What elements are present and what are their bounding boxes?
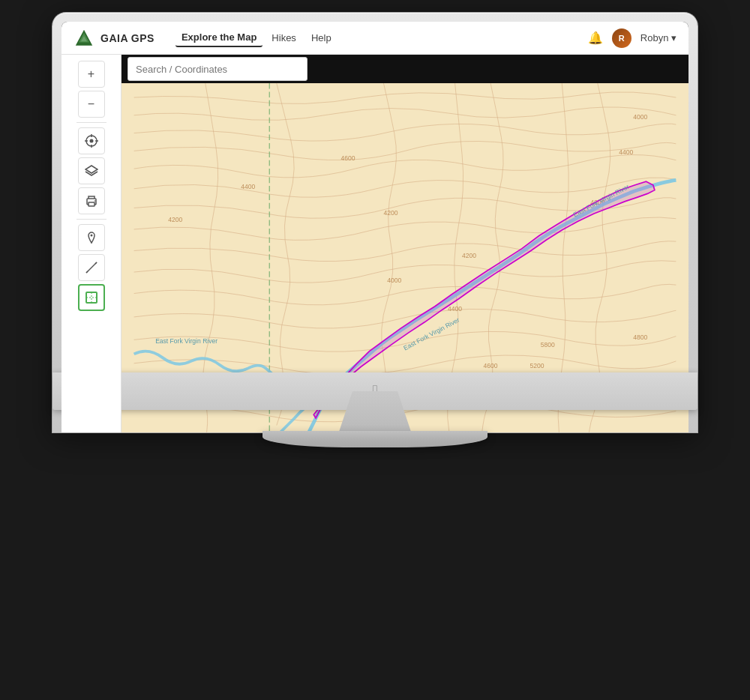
search-bar-container bbox=[122, 55, 688, 83]
svg-text:4000: 4000 bbox=[633, 113, 647, 121]
nav-menu: Explore the Map Hikes Help bbox=[176, 28, 338, 47]
svg-text:4200: 4200 bbox=[168, 216, 182, 223]
stand-base bbox=[262, 431, 488, 447]
nav-right: 🔔 R Robyn ▾ bbox=[588, 28, 676, 48]
svg-text:5800: 5800 bbox=[541, 341, 555, 349]
svg-text:4400: 4400 bbox=[619, 148, 633, 156]
svg-rect-11 bbox=[88, 202, 94, 206]
area-tool-button[interactable] bbox=[78, 284, 105, 311]
zoom-out-button[interactable]: − bbox=[78, 91, 105, 118]
waypoint-button[interactable] bbox=[78, 224, 105, 251]
monitor-outer: GAIA GPS Explore the Map Hikes Help 🔔 R bbox=[52, 13, 698, 432]
svg-text:4400: 4400 bbox=[241, 183, 255, 190]
svg-text:4200: 4200 bbox=[462, 252, 476, 259]
svg-line-18 bbox=[95, 262, 97, 264]
layers-button[interactable] bbox=[78, 157, 105, 184]
nav-hikes[interactable]: Hikes bbox=[266, 29, 302, 46]
svg-line-17 bbox=[92, 266, 93, 267]
svg-text:4600: 4600 bbox=[484, 362, 498, 369]
svg-point-13 bbox=[90, 235, 92, 237]
search-input[interactable] bbox=[128, 57, 308, 81]
bell-icon[interactable]: 🔔 bbox=[588, 31, 603, 45]
svg-text:4600: 4600 bbox=[340, 154, 355, 162]
svg-point-12 bbox=[94, 200, 95, 202]
sidebar: + − bbox=[62, 55, 122, 432]
svg-line-14 bbox=[86, 262, 97, 273]
screen-border: GAIA GPS Explore the Map Hikes Help 🔔 R bbox=[62, 22, 688, 432]
svg-text:5200: 5200 bbox=[530, 362, 544, 369]
locate-button[interactable] bbox=[78, 127, 105, 154]
divider-1 bbox=[76, 122, 106, 123]
nav-help[interactable]: Help bbox=[305, 29, 338, 46]
measure-button[interactable] bbox=[78, 254, 105, 281]
app-container: GAIA GPS Explore the Map Hikes Help 🔔 R bbox=[62, 22, 688, 432]
logo-icon bbox=[74, 28, 94, 49]
imac-monitor: GAIA GPS Explore the Map Hikes Help 🔔 R bbox=[52, 13, 698, 447]
svg-text:4200: 4200 bbox=[383, 209, 398, 217]
print-button[interactable] bbox=[78, 187, 105, 214]
svg-text:4800: 4800 bbox=[633, 334, 647, 341]
svg-rect-19 bbox=[86, 292, 97, 303]
nav-explore[interactable]: Explore the Map bbox=[176, 28, 262, 47]
zoom-in-button[interactable]: + bbox=[78, 61, 105, 88]
river-label-3: East Fork Virgin River bbox=[155, 337, 218, 345]
user-avatar: R bbox=[612, 28, 632, 48]
svg-line-15 bbox=[86, 271, 88, 273]
svg-marker-9 bbox=[86, 166, 98, 173]
scene: GAIA GPS Explore the Map Hikes Help 🔔 R bbox=[52, 13, 698, 687]
svg-text:4000: 4000 bbox=[387, 277, 401, 284]
navbar: GAIA GPS Explore the Map Hikes Help 🔔 R bbox=[62, 22, 688, 55]
svg-point-4 bbox=[89, 139, 93, 143]
svg-text:4400: 4400 bbox=[448, 305, 462, 313]
svg-line-16 bbox=[89, 269, 90, 270]
logo-text: GAIA GPS bbox=[100, 32, 154, 44]
divider-2 bbox=[76, 219, 106, 220]
user-name[interactable]: Robyn ▾ bbox=[640, 32, 676, 43]
logo-area: GAIA GPS bbox=[74, 28, 154, 49]
